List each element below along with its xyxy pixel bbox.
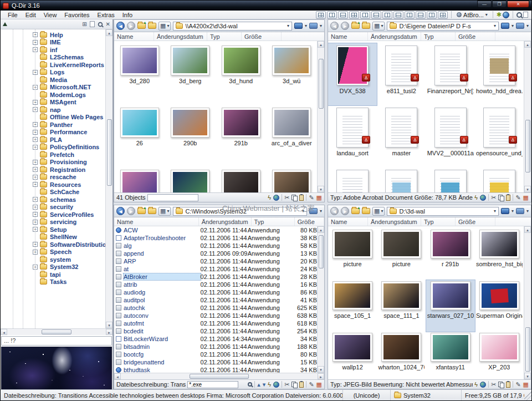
tree-item[interactable]: SchCache — [1, 189, 105, 196]
preview-image[interactable] — [1, 347, 112, 389]
tree-item[interactable]: Media — [1, 76, 105, 84]
cut-icon[interactable]: ✂ — [284, 195, 289, 201]
page-icon[interactable] — [523, 12, 528, 18]
tree-item[interactable]: +IME — [1, 39, 105, 47]
pdf-thumbnail[interactable]: ∆ — [475, 167, 524, 192]
maximize-button[interactable]: ❐ — [492, 1, 507, 8]
address-bar[interactable]: \\A4200x2\d\3d-wal ▾ — [173, 22, 292, 31]
world-icon[interactable] — [273, 195, 279, 201]
minimize-button[interactable]: — — [477, 1, 492, 8]
edit-icon[interactable]: ✎ — [515, 382, 520, 388]
tree-item[interactable]: Tasks — [1, 278, 105, 286]
column-header[interactable]: Name — [328, 217, 368, 226]
new-page-icon[interactable] — [90, 21, 95, 27]
up-icon[interactable]: ▴ — [257, 382, 260, 388]
address-bar[interactable]: C:\Windows\System32 ▾ — [173, 207, 307, 216]
grid-layout-icon[interactable]: ⊞ — [82, 21, 86, 27]
scroll-down-icon[interactable]: ▾ — [524, 373, 531, 379]
file-thumbnail[interactable] — [114, 167, 165, 192]
scroll-right-icon[interactable]: ▸ — [318, 373, 324, 379]
favorites-folder-button[interactable] — [362, 23, 370, 29]
file-thumbnail[interactable]: Superman Original — [475, 280, 524, 332]
file-row[interactable]: auditpol02.11.2006 11:44Anwendung41 KB — [114, 296, 317, 304]
file-thumbnail[interactable]: 3d_280 — [114, 43, 165, 105]
file-thumbnail[interactable]: starwars_027_1024 — [426, 280, 475, 332]
tree-item[interactable]: +schemas — [1, 196, 105, 204]
view-mode-button[interactable]: ▦ ▾ — [372, 207, 385, 216]
file-row[interactable]: append02.11.2006 09:09Anwendung13 KB — [114, 250, 317, 257]
tree-item[interactable]: Offline Web Pages — [1, 114, 105, 121]
tree-horizontal-scrollbar[interactable]: ◂ ▸ — [1, 328, 112, 335]
column-header[interactable]: Änderungsdatum — [199, 217, 252, 226]
file-row[interactable]: bitsadmin02.11.2006 11:44Anwendung188 KB — [114, 343, 317, 351]
tree-item[interactable]: ShellNew — [1, 234, 105, 241]
scroll-thumb[interactable] — [42, 329, 71, 334]
tree-item[interactable]: +Resources — [1, 181, 105, 189]
flash-icon[interactable]: ϟ — [268, 382, 271, 388]
chevron-down-icon[interactable]: ▾ — [511, 209, 514, 214]
world-icon[interactable] — [480, 195, 486, 201]
paste-icon[interactable] — [299, 382, 304, 388]
grid-icon[interactable]: ▦ — [316, 195, 322, 201]
forward-button[interactable]: ▶ — [127, 22, 135, 30]
pane-menu-icon[interactable] — [516, 208, 524, 214]
vertical-scrollbar[interactable]: ▴ ▾ — [524, 41, 531, 192]
view-mode-button[interactable]: ▦ ▾ — [372, 22, 385, 31]
file-thumbnail[interactable]: XP_203 — [475, 332, 524, 379]
scroll-thumb[interactable] — [107, 119, 112, 186]
copy-icon[interactable] — [498, 382, 504, 388]
pdf-thumbnail[interactable]: ∆e811_tusl2 — [377, 43, 426, 105]
back-button[interactable]: ◀ — [330, 207, 339, 215]
chevron-down-icon[interactable]: ▾ — [287, 23, 289, 28]
grid-icon[interactable]: ▦ — [523, 195, 529, 201]
address-bar[interactable]: D:\Eigene Dateien\P D F-s ▾ — [387, 22, 499, 31]
file-thumbnail[interactable]: wharton_1024_768... — [377, 332, 426, 379]
tree-item[interactable]: +Provisioning — [1, 159, 105, 166]
up-folder-button[interactable] — [351, 208, 360, 214]
pdf-thumbnail[interactable]: ∆MVV2__000011a3 — [426, 105, 475, 167]
up-folder-button[interactable] — [137, 23, 146, 29]
layout-button[interactable] — [360, 11, 370, 19]
file-row[interactable]: bthudtask02.11.2006 11:44Anwendung34 KB — [114, 366, 317, 373]
column-header[interactable]: Typ — [207, 32, 242, 40]
vertical-scrollbar[interactable]: ▴ ▾ — [317, 226, 324, 373]
pdf-thumbnail[interactable]: ∆DVX_538 — [328, 43, 377, 105]
menu-view[interactable]: View — [40, 11, 61, 19]
chevron-down-icon[interactable]: ▾ — [494, 23, 496, 28]
file-row[interactable]: bootcfg02.11.2006 11:44Anwendung80 KB — [114, 351, 317, 358]
filter-input[interactable] — [187, 381, 238, 388]
file-thumbnail[interactable]: picture — [377, 229, 426, 280]
column-header[interactable]: Name — [328, 32, 368, 40]
scroll-up-icon[interactable]: ▴ — [106, 29, 112, 36]
file-thumbnail[interactable]: sombrero_hst_big — [475, 229, 524, 280]
favorites-star-icon[interactable]: ✱ — [497, 11, 502, 18]
pdf-thumbnail[interactable]: ∆ — [426, 167, 475, 192]
scroll-down-icon[interactable]: ▾ — [524, 186, 531, 192]
chevron-down-icon[interactable]: ▾ — [511, 23, 514, 28]
tree-item[interactable]: +rescache — [1, 174, 105, 181]
file-row[interactable]: at02.11.2006 11:44Anwendung24 KB — [114, 265, 317, 273]
file-row[interactable]: alg02.11.2006 11:44Anwendung58 KB — [114, 242, 317, 250]
tree-item[interactable]: +nap — [1, 106, 105, 114]
vertical-scrollbar[interactable]: ▴ ▾ — [317, 41, 324, 192]
grid-icon[interactable]: ▦ — [523, 382, 529, 388]
column-header[interactable]: Größe — [242, 32, 282, 40]
layout-button[interactable] — [327, 11, 337, 19]
up-folder-button[interactable] — [351, 23, 360, 29]
tree-item[interactable]: +System32 — [1, 263, 105, 271]
cut-icon[interactable]: ✂ — [284, 382, 289, 388]
tree-item[interactable]: +Help — [1, 31, 105, 39]
tree-item[interactable]: +ServiceProfiles — [1, 211, 105, 219]
scroll-down-icon[interactable]: ▾ — [106, 322, 112, 328]
menu-favorites[interactable]: Favorites — [60, 11, 93, 19]
chevron-down-icon[interactable]: ▾ — [526, 209, 529, 214]
filter-input[interactable] — [147, 194, 198, 201]
pdf-thumbnail[interactable]: ∆master — [377, 105, 426, 167]
scroll-thumb[interactable] — [525, 120, 530, 172]
scroll-left-icon[interactable]: ◂ — [114, 373, 121, 379]
favorites-folder-button[interactable] — [148, 208, 156, 214]
file-thumbnail[interactable]: arc_of_a_diver — [267, 105, 318, 167]
menu-info[interactable]: Info — [119, 11, 136, 19]
scroll-right-icon[interactable]: ▸ — [106, 329, 112, 335]
back-button[interactable]: ◀ — [116, 207, 125, 215]
